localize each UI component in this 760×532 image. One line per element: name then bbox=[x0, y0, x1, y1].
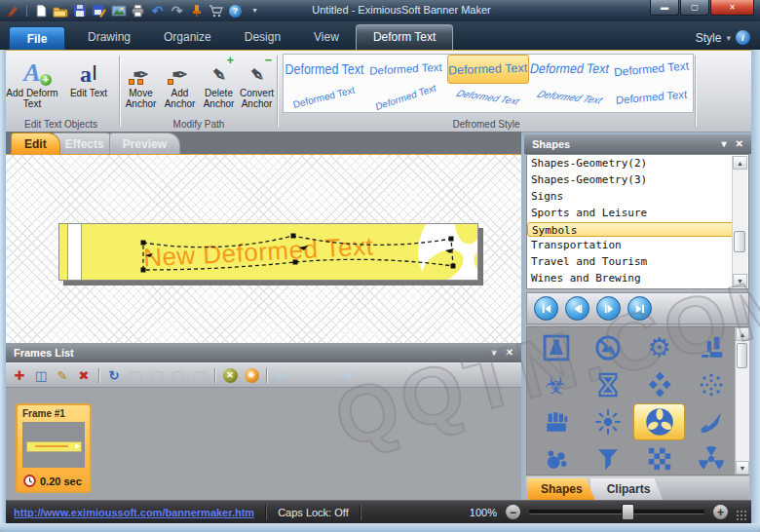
scroll-down-icon[interactable]: ▼ bbox=[733, 274, 747, 287]
style-plain[interactable]: Deformed Text bbox=[284, 55, 365, 84]
shape-ink-well[interactable] bbox=[685, 329, 737, 366]
publish-icon[interactable] bbox=[188, 3, 205, 19]
category-item[interactable]: Shapes-Geometry(3) bbox=[527, 171, 748, 188]
shape-sunburst[interactable] bbox=[582, 403, 633, 440]
style-flag-crossed[interactable]: Deformed Text bbox=[529, 84, 611, 113]
gallery-scrollbar[interactable]: ▲ ▼ bbox=[735, 327, 749, 475]
zoom-out-button[interactable]: − bbox=[506, 505, 520, 519]
shape-paw-blob[interactable] bbox=[530, 440, 582, 475]
first-page-icon[interactable] bbox=[534, 296, 558, 321]
save-as-icon[interactable] bbox=[91, 3, 107, 19]
add-deform-text-button[interactable]: A+ Add Deform Text bbox=[5, 55, 59, 113]
shape-biohazard[interactable]: ☣ bbox=[530, 366, 582, 403]
design-canvas[interactable]: New Deformed Text bbox=[6, 154, 521, 343]
tab-design[interactable]: Design bbox=[228, 25, 297, 50]
selection-marquee[interactable] bbox=[135, 226, 461, 277]
undo-icon[interactable]: ↶ bbox=[149, 3, 166, 19]
style-tilt[interactable]: Deformed Text bbox=[611, 55, 693, 84]
qat-menu-icon[interactable]: ▾ bbox=[247, 3, 263, 19]
redo-icon[interactable]: ↷ bbox=[169, 3, 185, 19]
delete-anchor-button[interactable]: ✒+ Delete Anchor bbox=[200, 55, 238, 113]
tab-view[interactable]: View bbox=[297, 25, 356, 50]
close-button[interactable]: ✕ bbox=[710, 0, 754, 16]
banner-object[interactable]: New Deformed Text bbox=[58, 223, 478, 281]
shape-radiation-fan[interactable] bbox=[685, 440, 737, 475]
tab-effects[interactable]: Effects bbox=[52, 133, 118, 154]
style-arc-selected[interactable]: Deformed Text bbox=[447, 55, 529, 84]
duration-clock-icon[interactable]: ✳ bbox=[242, 366, 261, 384]
scrollbar-thumb[interactable] bbox=[734, 231, 745, 252]
send-back-icon[interactable]: ▢ bbox=[126, 366, 145, 384]
style-menu[interactable]: Style ▾ i bbox=[696, 30, 760, 50]
shape-fist-tower[interactable] bbox=[530, 403, 582, 440]
scroll-down-icon[interactable]: ▼ bbox=[736, 461, 749, 475]
panel-close-icon[interactable]: ✕ bbox=[736, 138, 743, 149]
shape-diamond-cluster[interactable] bbox=[633, 366, 685, 403]
print-icon[interactable] bbox=[130, 3, 146, 19]
info-icon[interactable]: i bbox=[736, 30, 750, 45]
edit-frame-icon[interactable]: ✎ bbox=[53, 366, 72, 384]
bring-front-icon[interactable]: ▢ bbox=[190, 366, 209, 384]
shape-triquetra-selected[interactable] bbox=[633, 403, 685, 440]
tab-deform-text[interactable]: Deform Text bbox=[356, 24, 453, 50]
panel-close-icon[interactable]: ✕ bbox=[506, 347, 513, 358]
zoom-slider[interactable] bbox=[529, 510, 704, 514]
shape-chemical-flask[interactable] bbox=[530, 329, 582, 366]
shape-saber[interactable] bbox=[685, 403, 737, 440]
next-frame-icon[interactable]: → bbox=[315, 366, 334, 384]
add-anchor-button[interactable]: ✒ Add Anchor bbox=[161, 55, 199, 113]
style-arch-up[interactable]: Deformed Text bbox=[284, 84, 365, 113]
new-document-icon[interactable] bbox=[32, 3, 49, 19]
category-item[interactable]: Signs bbox=[527, 188, 748, 205]
help-icon[interactable]: ? bbox=[227, 3, 244, 19]
add-frame-icon[interactable]: ✚ bbox=[10, 366, 29, 384]
shape-funnel[interactable] bbox=[582, 440, 633, 475]
last-frame-icon[interactable]: ⇥ bbox=[336, 366, 356, 384]
export-image-icon[interactable] bbox=[110, 3, 127, 19]
category-item[interactable]: Travel and Tourism bbox=[527, 253, 748, 270]
scrollbar-thumb[interactable] bbox=[737, 343, 747, 368]
tab-edit[interactable]: Edit bbox=[11, 133, 60, 154]
tab-preview[interactable]: Preview bbox=[109, 133, 180, 154]
duplicate-frame-icon[interactable]: ◫ bbox=[31, 366, 51, 384]
category-item-selected[interactable]: Symbols bbox=[527, 222, 747, 237]
previous-frame-icon[interactable]: ← bbox=[293, 366, 313, 384]
edit-text-button[interactable]: aI Edit Text bbox=[63, 55, 114, 113]
open-folder-icon[interactable] bbox=[52, 3, 68, 19]
send-backward-icon[interactable]: ▢ bbox=[147, 366, 167, 384]
next-page-icon[interactable] bbox=[596, 296, 621, 321]
category-item[interactable]: Wines and Brewing bbox=[527, 270, 748, 286]
shape-checkerboard[interactable] bbox=[633, 440, 685, 475]
capture-frame-icon[interactable]: ↻ bbox=[104, 366, 124, 384]
website-link[interactable]: http://www.eximioussoft.com/bannermaker.… bbox=[14, 507, 254, 518]
category-scrollbar[interactable]: ▲ ▼ bbox=[732, 156, 747, 287]
scroll-up-icon[interactable]: ▲ bbox=[736, 327, 749, 341]
shape-no-mountain-sign[interactable] bbox=[582, 329, 633, 366]
move-anchor-button[interactable]: ✒ Move Anchor bbox=[122, 55, 160, 113]
delete-frame-icon[interactable]: ✖ bbox=[74, 366, 94, 384]
tab-drawing[interactable]: Drawing bbox=[71, 25, 147, 50]
category-item[interactable]: Shapes-Geometry(2) bbox=[527, 155, 748, 171]
shape-dot-spiral[interactable] bbox=[685, 366, 737, 403]
shape-gear[interactable]: ⚙ bbox=[633, 329, 685, 366]
first-frame-icon[interactable]: ⇤ bbox=[272, 366, 291, 384]
style-flag-left[interactable]: Deformed Text bbox=[447, 84, 529, 113]
tab-cliparts[interactable]: Cliparts bbox=[590, 478, 664, 500]
style-perspective[interactable]: Deformed Text bbox=[365, 55, 447, 84]
save-icon[interactable] bbox=[71, 3, 88, 19]
category-item[interactable]: Sports and Leisure bbox=[527, 205, 748, 221]
maximize-button[interactable]: ▢ bbox=[680, 0, 709, 16]
globe-effect-icon[interactable]: ✕ bbox=[220, 366, 240, 384]
last-page-icon[interactable] bbox=[627, 296, 652, 321]
zoom-slider-thumb[interactable] bbox=[622, 504, 634, 520]
zoom-in-button[interactable]: + bbox=[713, 505, 728, 519]
style-arch-circle[interactable]: Deformed Text bbox=[365, 84, 447, 113]
bring-forward-icon[interactable]: ▢ bbox=[169, 366, 188, 384]
resize-grip[interactable] bbox=[744, 511, 746, 520]
scroll-up-icon[interactable]: ▲ bbox=[733, 156, 747, 170]
category-item[interactable]: Transportation bbox=[527, 237, 748, 253]
tab-organize[interactable]: Organize bbox=[147, 25, 228, 50]
tab-shapes[interactable]: Shapes bbox=[528, 478, 595, 500]
style-slant[interactable]: Deformed Text bbox=[529, 55, 611, 84]
purchase-cart-icon[interactable] bbox=[208, 3, 224, 19]
